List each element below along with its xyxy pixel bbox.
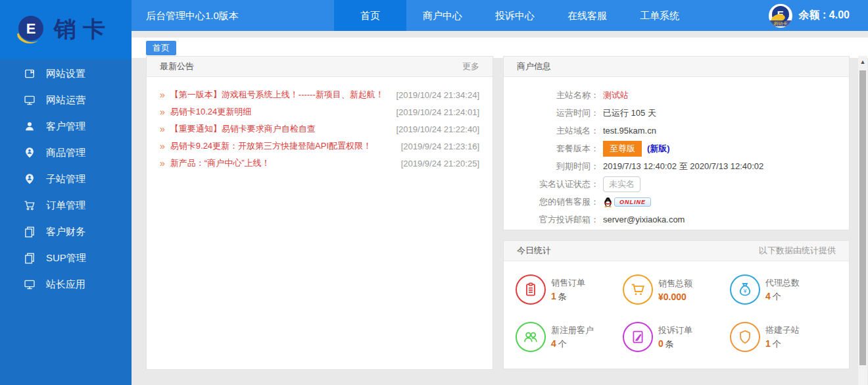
files-icon bbox=[24, 226, 36, 238]
announcement-row[interactable]: » 【第一版本】游戏租号系统上线！------新项目、新起航！ [2019/10… bbox=[160, 86, 479, 103]
announcements-more-link[interactable]: 更多 bbox=[462, 61, 479, 72]
email-value: server@yixiaoka.com bbox=[603, 215, 685, 224]
realname-status-button[interactable]: 未实名 bbox=[603, 176, 640, 192]
sidebar-item-label: 站长应用 bbox=[46, 278, 85, 291]
merchant-row-runtime: 运营时间： 已运行 105 天 bbox=[504, 104, 849, 122]
account-badge-icon: E 易销卡 bbox=[769, 4, 792, 28]
files-icon bbox=[24, 252, 36, 264]
plan-new-link[interactable]: (新版) bbox=[647, 143, 670, 155]
sidebar-item-label: SUP管理 bbox=[46, 252, 86, 265]
moneybag-icon: ¥ bbox=[730, 274, 760, 305]
announcement-title: 【重要通知】易销卡要求商户自检自查 bbox=[170, 123, 390, 135]
nav-item-complaint-center[interactable]: 投诉中心 bbox=[479, 0, 551, 31]
merchant-info-header: 商户信息 bbox=[504, 57, 849, 77]
app-title: 后台管理中心1.0版本 bbox=[146, 0, 239, 31]
announcement-row[interactable]: » 易销卡10.24更新明细 [2019/10/24 21:24:01] bbox=[160, 103, 479, 120]
svg-text:E: E bbox=[26, 20, 36, 37]
today-stats-title: 今日统计 bbox=[517, 245, 551, 257]
users-icon bbox=[516, 322, 546, 352]
announcement-row[interactable]: » 易销卡9.24更新：开放第三方快捷登陆API配置权限！ [2019/9/24… bbox=[160, 138, 479, 155]
announcement-row[interactable]: » 新产品：“商户中心”上线！ [2019/9/24 21:20:25] bbox=[160, 155, 479, 172]
field-label: 运营时间： bbox=[504, 107, 599, 119]
today-stats-note: 以下数据由统计提供 bbox=[759, 245, 836, 257]
topbar: 后台管理中心1.0版本 首页 商户中心 投诉中心 在线客服 工单系统 E 易销卡… bbox=[132, 0, 868, 31]
stat-built-substations: 搭建子站 1个 bbox=[730, 322, 837, 352]
balance-area[interactable]: E 易销卡 余额 : 4.00 bbox=[769, 0, 850, 31]
badge-ribbon: 易销卡 bbox=[769, 20, 792, 26]
monitor-icon bbox=[24, 94, 36, 106]
field-label: 您的销售客服： bbox=[504, 196, 599, 208]
qq-penguin-icon bbox=[603, 197, 613, 207]
field-label: 主站名称： bbox=[504, 90, 599, 101]
stat-unit: 个 bbox=[558, 339, 567, 349]
merchant-row-realname: 实名认证状态： 未实名 bbox=[504, 175, 849, 193]
vertical-scrollbar[interactable]: ▲ bbox=[858, 56, 867, 385]
double-chevron-icon: » bbox=[160, 124, 165, 134]
nav-item-ticket-system[interactable]: 工单系统 bbox=[623, 0, 696, 31]
stat-sales-total: 销售总额 ¥0.000 bbox=[623, 274, 730, 305]
nav-item-merchant-center[interactable]: 商户中心 bbox=[406, 0, 479, 31]
today-stats-panel: 今日统计 以下数据由统计提供 销售订单 1条 销售总额 ¥0.000 bbox=[503, 240, 850, 369]
sidebar-item-label: 客户管理 bbox=[46, 120, 85, 133]
stat-label: 新注册客户 bbox=[551, 324, 594, 336]
stat-value: 4 bbox=[765, 291, 771, 301]
stat-value: 1 bbox=[551, 291, 556, 301]
merchant-row-service: 您的销售客服： ONLINE bbox=[504, 193, 849, 211]
announcements-panel: 最新公告 更多 » 【第一版本】游戏租号系统上线！------新项目、新起航！ … bbox=[146, 56, 493, 370]
user-icon bbox=[24, 120, 36, 132]
today-stats-body: 销售订单 1条 销售总额 ¥0.000 ¥ 代理总数 bbox=[504, 261, 849, 352]
svg-text:¥: ¥ bbox=[743, 288, 747, 294]
site-name-value: 测试站 bbox=[603, 90, 629, 101]
sidebar-item-site-settings[interactable]: 网站设置 bbox=[0, 61, 132, 87]
scrollbar-thumb[interactable] bbox=[859, 70, 866, 365]
shield-icon bbox=[730, 322, 760, 352]
merchant-row-site-name: 主站名称： 测试站 bbox=[504, 86, 849, 104]
stat-new-customers: 新注册客户 4个 bbox=[516, 322, 623, 352]
app-root: E 销卡 网站设置 网站运营 客户管理 商品管理 bbox=[0, 0, 868, 385]
cart-icon bbox=[24, 199, 36, 211]
domain-value: test.95kam.cn bbox=[603, 126, 656, 136]
sidebar-item-customer-management[interactable]: 客户管理 bbox=[0, 113, 132, 140]
brand-name: 销卡 bbox=[54, 14, 112, 45]
notebook-icon bbox=[24, 68, 36, 80]
field-label: 官方投诉邮箱： bbox=[504, 214, 599, 226]
sidebar-item-webmaster-apps[interactable]: 站长应用 bbox=[0, 271, 132, 297]
pin-user-icon bbox=[24, 147, 36, 159]
sidebar-item-product-management[interactable]: 商品管理 bbox=[0, 140, 132, 166]
merchant-info-title: 商户信息 bbox=[517, 61, 551, 72]
field-label: 套餐版本： bbox=[504, 143, 599, 155]
qq-service-badge[interactable]: ONLINE bbox=[603, 197, 651, 207]
breadcrumb-home-button[interactable]: 首页 bbox=[146, 41, 176, 55]
sidebar-item-customer-finance[interactable]: 客户财务 bbox=[0, 218, 132, 245]
sidebar-item-label: 客户财务 bbox=[46, 226, 85, 238]
cart-icon bbox=[623, 274, 653, 305]
stat-unit: 个 bbox=[773, 292, 781, 301]
double-chevron-icon: » bbox=[160, 141, 165, 151]
sidebar-item-label: 网站设置 bbox=[46, 68, 85, 80]
sidebar-item-sup-management[interactable]: SUP管理 bbox=[0, 245, 132, 271]
announcement-date: [2019/10/24 21:22:40] bbox=[396, 124, 479, 134]
today-stats-header: 今日统计 以下数据由统计提供 bbox=[504, 241, 849, 261]
sidebar-item-label: 订单管理 bbox=[46, 199, 85, 212]
plan-badge[interactable]: 至尊版 bbox=[603, 141, 642, 157]
sidebar-item-site-operation[interactable]: 网站运营 bbox=[0, 87, 132, 113]
scroll-up-arrow-icon[interactable]: ▲ bbox=[858, 57, 867, 66]
stat-value: 1 bbox=[765, 338, 771, 349]
stat-label: 搭建子站 bbox=[765, 324, 800, 336]
merchant-row-email: 官方投诉邮箱： server@yixiaoka.com bbox=[504, 211, 849, 228]
sidebar-item-label: 子站管理 bbox=[46, 173, 85, 186]
sidebar-item-substation-management[interactable]: 子站管理 bbox=[0, 166, 132, 192]
nav-item-online-service[interactable]: 在线客服 bbox=[551, 0, 623, 31]
stat-value: ¥0.000 bbox=[658, 292, 687, 302]
announcement-date: [2019/10/24 21:24:01] bbox=[396, 107, 479, 117]
announcement-row[interactable]: » 【重要通知】易销卡要求商户自检自查 [2019/10/24 21:22:40… bbox=[160, 120, 479, 138]
stat-complaint-orders: 投诉订单 0条 bbox=[623, 322, 730, 352]
nav-item-home[interactable]: 首页 bbox=[334, 0, 406, 31]
logo-area: E 销卡 bbox=[0, 0, 132, 59]
breadcrumb: 首页 bbox=[132, 38, 868, 58]
announcement-date: [2019/9/24 21:20:25] bbox=[401, 159, 479, 168]
sidebar-item-order-management[interactable]: 订单管理 bbox=[0, 192, 132, 218]
qq-online-label: ONLINE bbox=[614, 197, 651, 207]
merchant-row-domain: 主站域名： test.95kam.cn bbox=[504, 122, 849, 140]
stat-label: 代理总数 bbox=[765, 277, 800, 289]
